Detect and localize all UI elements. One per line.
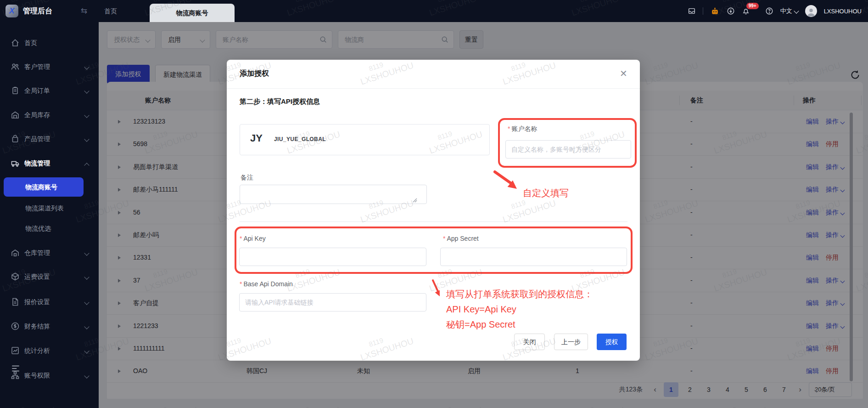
sidebar-item-label: 首页	[24, 34, 37, 51]
sidebar-menu: 首页客户管理全局订单全局库存产品管理物流管理物流商账号物流渠道列表物流优选仓库管…	[0, 22, 99, 408]
notification-badge: 99+	[746, 3, 759, 9]
chevron-down-icon	[84, 64, 89, 69]
help-icon[interactable]	[765, 7, 773, 15]
warehouse-icon	[11, 248, 20, 257]
chevron-down-icon	[84, 250, 89, 255]
sidebar-item-warehouse[interactable]: 仓库管理	[0, 244, 99, 261]
inventory-icon	[11, 110, 20, 119]
tab-logistics-accounts[interactable]: 物流商账号	[150, 4, 235, 22]
sidebar-item-home[interactable]: 首页	[0, 34, 99, 51]
api-info-annotation: 填写从打单系统获取到的授权信息： API Key=Api Key 秘钥=App …	[446, 287, 593, 332]
tab-home[interactable]: 首页	[97, 0, 124, 22]
api-key-input[interactable]	[239, 248, 426, 266]
close-button[interactable]: 关闭	[514, 334, 545, 350]
custom-fill-annotation: 自定义填写	[523, 187, 569, 199]
provider-initials: JY	[250, 132, 263, 144]
sidebar-item-global-inventory[interactable]: 全局库存	[0, 106, 99, 124]
sidebar-item-label: 账号权限	[24, 367, 50, 384]
api-key-label: Api Key	[240, 235, 266, 242]
logistics-icon	[11, 159, 20, 168]
sidebar-item-freight[interactable]: 运费设置	[0, 268, 99, 285]
annotation-arrow-icon	[493, 170, 522, 194]
sidebar-item-products[interactable]: 产品管理	[0, 130, 99, 147]
sidebar-item-label: 全局订单	[24, 82, 50, 99]
app-logo-icon: X	[6, 5, 18, 17]
sidebar-item-logistics-channels[interactable]: 物流渠道列表	[0, 199, 99, 217]
sidebar-item-label: 物流管理	[24, 154, 50, 172]
language-switcher[interactable]: 中文	[780, 7, 798, 15]
robot-icon[interactable]	[710, 6, 720, 16]
permission-icon	[11, 371, 20, 380]
avatar[interactable]	[805, 5, 817, 17]
sidebar-item-quotes[interactable]: 报价设置	[0, 293, 99, 311]
provider-code: JIU_YUE_GLOBAL	[274, 136, 326, 142]
sidebar-swap-icon[interactable]: ⇆	[81, 0, 87, 22]
sidebar-item-label: 报价设置	[24, 293, 50, 311]
sidebar-item-global-orders[interactable]: 全局订单	[0, 82, 99, 99]
chevron-down-icon	[84, 113, 89, 118]
inbox-icon[interactable]	[688, 7, 696, 15]
sidebar-item-label: 财务结算	[24, 317, 50, 335]
chevron-up-icon	[84, 163, 89, 168]
sidebar-item-finance[interactable]: 财务结算	[0, 317, 99, 335]
step-title: 第二步：填写API授权信息	[240, 97, 320, 106]
add-auth-modal: 添加授权 ✕ 第二步：填写API授权信息 JY JIU_YUE_GLOBAL 账…	[227, 60, 640, 361]
app-secret-input[interactable]	[440, 248, 627, 266]
topbar: X 管理后台 ⇆ 首页 物流商账号 99+ 中文 LXSHOUHOU	[0, 0, 868, 22]
close-icon[interactable]: ✕	[620, 68, 627, 79]
sidebar-item-label: 物流商账号	[25, 178, 57, 196]
chevron-down-icon	[794, 8, 799, 13]
sidebar-item-label: 产品管理	[24, 130, 50, 147]
sidebar-item-label: 客户管理	[24, 58, 50, 75]
sidebar-item-label: 运费设置	[24, 268, 50, 285]
orders-icon	[11, 86, 20, 95]
app-root: X 管理后台 ⇆ 首页 物流商账号 99+ 中文 LXSHOUHOU 首页客户管…	[0, 0, 868, 408]
sidebar-item-logistics[interactable]: 物流管理	[0, 154, 99, 172]
chevron-down-icon	[84, 348, 89, 353]
chevron-down-icon	[84, 300, 89, 305]
sidebar-item-label: 物流渠道列表	[25, 199, 64, 217]
sidebar-item-logistics-accounts[interactable]: 物流商账号	[0, 178, 99, 196]
modal-title: 添加授权	[240, 69, 269, 79]
sidebar-item-logistics-preferred[interactable]: 物流优选	[0, 220, 99, 237]
note-label: 备注	[241, 174, 253, 182]
topbar-actions: 99+ 中文 LXSHOUHOU	[688, 0, 862, 22]
brand-title: 管理后台	[23, 0, 52, 22]
annotation-arrow-icon	[431, 279, 444, 299]
account-name-input[interactable]	[505, 140, 631, 159]
topbar-separator	[703, 7, 703, 15]
provider-card: JY JIU_YUE_GLOBAL	[240, 124, 490, 155]
sidebar-item-label: 统计分析	[24, 342, 50, 359]
sidebar-item-customers[interactable]: 客户管理	[0, 58, 99, 75]
chevron-down-icon	[84, 88, 89, 93]
finance-icon	[11, 322, 20, 331]
products-icon	[11, 134, 20, 143]
sidebar-item-stats[interactable]: 统计分析	[0, 342, 99, 359]
chevron-down-icon	[84, 324, 89, 329]
chevron-down-icon	[84, 136, 89, 142]
sidebar-item-permissions[interactable]: 账号权限	[0, 367, 99, 384]
chevron-down-icon	[84, 373, 89, 378]
previous-step-button[interactable]: 上一步	[554, 334, 588, 350]
base-api-domain-input[interactable]	[239, 293, 426, 312]
freight-icon	[11, 272, 20, 281]
authorize-button[interactable]: 授权	[597, 334, 627, 350]
sidebar-item-label: 仓库管理	[24, 244, 50, 261]
users-icon	[11, 62, 20, 71]
home-icon	[11, 38, 20, 47]
note-textarea[interactable]	[240, 185, 427, 204]
sidebar-item-label: 全局库存	[24, 106, 50, 124]
sidebar-item-label: 物流优选	[25, 220, 51, 237]
app-secret-label: App Secret	[443, 235, 479, 242]
notifications-bell[interactable]: 99+	[742, 7, 750, 15]
base-api-domain-label: Base Api Domain	[240, 280, 293, 288]
account-name-label: 账户名称	[508, 125, 537, 133]
username-label: LXSHOUHOU	[824, 8, 862, 15]
stats-icon	[11, 346, 20, 355]
download-icon[interactable]	[727, 7, 735, 15]
chevron-down-icon	[84, 274, 89, 279]
quote-icon	[11, 297, 20, 306]
